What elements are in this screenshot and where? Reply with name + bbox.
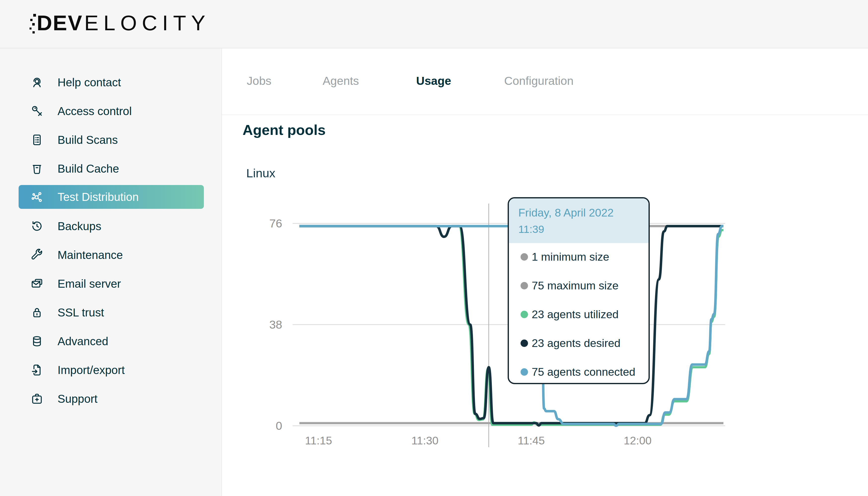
agents-connected-dot-icon <box>521 368 528 376</box>
tooltip-row-label: 23 agents utilized <box>532 308 619 321</box>
maintenance-icon <box>30 248 44 262</box>
build-cache-icon <box>30 161 44 176</box>
sidebar-item-build-scans[interactable]: Build Scans <box>19 128 204 152</box>
tab-jobs[interactable]: Jobs <box>247 74 271 88</box>
sidebar-item-label: Backups <box>58 219 101 233</box>
build-scans-icon <box>30 133 44 147</box>
tooltip-row-maximum-size: 75 maximum size <box>521 279 619 292</box>
sidebar-item-import-export[interactable]: Import/export <box>19 358 204 382</box>
sidebar-item-help-contact[interactable]: Help contact <box>19 71 204 94</box>
agents-desired-dot-icon <box>521 340 528 347</box>
tab-agents[interactable]: Agents <box>323 74 359 88</box>
sidebar-item-label: Support <box>58 392 97 405</box>
logo-mark-icon <box>29 13 37 37</box>
sidebar-item-test-distribution[interactable]: Test Distribution <box>19 185 204 209</box>
help-contact-icon <box>30 75 44 90</box>
sidebar-item-ssl-trust[interactable]: SSL trust <box>19 300 204 324</box>
sidebar-item-build-cache[interactable]: Build Cache <box>19 157 204 181</box>
email-server-icon <box>30 277 44 291</box>
sidebar-item-label: Maintenance <box>58 248 123 262</box>
tooltip-row-label: 75 agents connected <box>532 366 635 378</box>
tab-configuration[interactable]: Configuration <box>504 74 574 88</box>
sidebar-item-label: Email server <box>58 277 121 290</box>
sidebar-item-maintenance[interactable]: Maintenance <box>19 243 204 267</box>
tooltip-row-agents-connected: 75 agents connected <box>521 366 635 378</box>
maximum-size-dot-icon <box>521 282 528 290</box>
sidebar-item-backups[interactable]: Backups <box>19 214 204 238</box>
sidebar-item-label: Import/export <box>58 363 125 377</box>
chart-tooltip: Friday, 8 April 2022 11:39 1 minimum siz… <box>508 197 650 384</box>
tooltip-row-label: 1 minimum size <box>532 250 609 263</box>
sidebar-item-label: Advanced <box>58 335 108 348</box>
sidebar-item-label: Access control <box>58 104 132 118</box>
sidebar-item-label: Build Scans <box>58 133 118 146</box>
sidebar-item-label: Help contact <box>58 76 121 89</box>
tooltip-time: 11:39 <box>518 223 649 235</box>
tab-usage[interactable]: Usage <box>416 74 451 88</box>
advanced-icon <box>30 334 44 348</box>
tooltip-row-label: 23 agents desired <box>532 337 620 350</box>
minimum-size-dot-icon <box>521 253 528 261</box>
tooltip-date: Friday, 8 April 2022 <box>518 206 649 219</box>
sidebar-item-email-server[interactable]: Email server <box>19 272 204 296</box>
logo-text-bold: DEV <box>37 11 83 34</box>
page-title: Agent pools <box>243 122 326 138</box>
tooltip-row-minimum-size: 1 minimum size <box>521 250 609 263</box>
admin-sidebar: Help contact Access control Build Scans … <box>0 48 222 496</box>
pool-name-label: Linux <box>246 166 275 180</box>
test-distribution-icon <box>30 190 44 204</box>
support-icon <box>30 392 44 406</box>
sidebar-item-label: Test Distribution <box>58 190 139 204</box>
tooltip-row-agents-utilized: 23 agents utilized <box>521 308 619 321</box>
sidebar-item-label: SSL trust <box>58 306 104 319</box>
tooltip-row-label: 75 maximum size <box>532 279 619 292</box>
tooltip-header: Friday, 8 April 2022 11:39 <box>509 198 649 243</box>
top-header: DEV ELOCITY <box>0 0 868 48</box>
import-export-icon <box>30 363 44 377</box>
sidebar-item-advanced[interactable]: Advanced <box>19 329 204 353</box>
sidebar-item-support[interactable]: Support <box>19 387 204 411</box>
access-control-icon <box>30 104 44 118</box>
sidebar-item-label: Build Cache <box>58 162 119 175</box>
backups-icon <box>30 219 44 233</box>
develocity-logo: DEV ELOCITY <box>29 11 210 37</box>
logo-text-light: ELOCITY <box>84 11 210 34</box>
tooltip-row-agents-desired: 23 agents desired <box>521 337 620 350</box>
agents-utilized-dot-icon <box>521 311 528 318</box>
pool-tabbar: Jobs Agents Usage Configuration <box>222 48 868 115</box>
ssl-trust-icon <box>30 305 44 320</box>
sidebar-item-access-control[interactable]: Access control <box>19 99 204 123</box>
